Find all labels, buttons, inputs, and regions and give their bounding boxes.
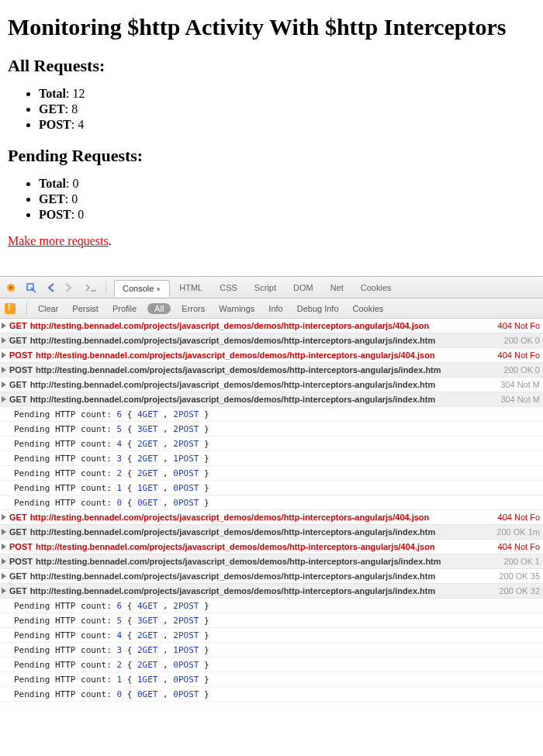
console-log-entry[interactable]: Pending HTTP count: 1 { 1 GET , 0 POST }	[0, 481, 543, 495]
request-status: 200 OK 1	[496, 557, 540, 566]
request-method: GET	[9, 586, 27, 595]
all-post: POST: 4	[39, 118, 535, 132]
network-entry[interactable]: POSThttp://testing.bennadel.com/projects…	[0, 540, 543, 554]
console-log-entry[interactable]: Pending HTTP count: 6 { 4 GET , 2 POST }	[0, 407, 543, 422]
pending-post-value: 0	[78, 208, 84, 221]
network-entry[interactable]: POSThttp://testing.bennadel.com/projects…	[0, 363, 543, 378]
console-log-entry[interactable]: Pending HTTP count: 6 { 4 GET , 2 POST }	[0, 599, 543, 613]
tab-dom[interactable]: DOM	[285, 280, 321, 295]
filter-cookies[interactable]: Cookies	[353, 304, 384, 313]
persist-button[interactable]: Persist	[72, 304, 99, 313]
request-method: POST	[9, 365, 33, 375]
sub-buttons: ClearPersistProfile	[38, 304, 137, 313]
profile-button[interactable]: Profile	[112, 304, 137, 313]
page-content: Monitoring $http Activity With $http Int…	[0, 0, 543, 276]
all-get: GET: 8	[39, 102, 535, 116]
console-log-entry[interactable]: Pending HTTP count: 5 { 3 GET , 2 POST }	[0, 613, 543, 628]
all-get-value: 8	[71, 102, 78, 116]
network-entry[interactable]: POSThttp://testing.bennadel.com/projects…	[0, 554, 543, 569]
total-label: Total	[39, 177, 66, 190]
pending-post: POST: 0	[39, 208, 535, 222]
network-entry[interactable]: GEThttp://testing.bennadel.com/projects/…	[0, 525, 543, 540]
console-rows[interactable]: GEThttp://testing.bennadel.com/projects/…	[0, 319, 543, 702]
filter-all-pill[interactable]: All	[147, 303, 171, 314]
all-post-value: 4	[78, 118, 84, 131]
disclosure-triangle-icon[interactable]	[2, 544, 6, 550]
network-entry[interactable]: GEThttp://testing.bennadel.com/projects/…	[0, 319, 543, 333]
request-url: http://testing.bennadel.com/projects/jav…	[30, 336, 436, 345]
console-log-entry[interactable]: Pending HTTP count: 2 { 2 GET , 0 POST }	[0, 658, 543, 672]
disclosure-triangle-icon[interactable]	[2, 588, 6, 594]
command-line-icon[interactable]	[85, 281, 98, 294]
request-url: http://testing.bennadel.com/projects/jav…	[30, 513, 430, 522]
console-log-entry[interactable]: Pending HTTP count: 3 { 2 GET , 1 POST }	[0, 451, 543, 466]
disclosure-triangle-icon[interactable]	[2, 514, 6, 520]
request-status: 200 OK 32	[491, 586, 540, 595]
firebug-icon[interactable]	[5, 281, 17, 294]
post-label: POST	[39, 208, 71, 221]
disclosure-triangle-icon[interactable]	[2, 352, 6, 358]
console-log-entry[interactable]: Pending HTTP count: 0 { 0 GET , 0 POST }	[0, 687, 543, 702]
post-label: POST	[39, 118, 71, 131]
console-log-entry[interactable]: Pending HTTP count: 4 { 2 GET , 2 POST }	[0, 628, 543, 643]
console-log-entry[interactable]: Pending HTTP count: 4 { 2 GET , 2 POST }	[0, 437, 543, 451]
filter-info[interactable]: Info	[268, 304, 282, 313]
network-entry[interactable]: GEThttp://testing.bennadel.com/projects/…	[0, 510, 543, 525]
back-icon[interactable]	[45, 281, 57, 294]
tab-cookies[interactable]: Cookies	[353, 280, 399, 295]
disclosure-triangle-icon[interactable]	[2, 529, 6, 535]
separator	[105, 281, 106, 294]
make-requests-link[interactable]: Make more requests	[8, 234, 109, 247]
action-line: Make more requests.	[8, 234, 535, 248]
tab-css[interactable]: CSS	[212, 280, 245, 295]
request-status: 304 Not M	[493, 380, 540, 389]
request-status: 304 Not M	[493, 395, 540, 404]
pending-get-value: 0	[71, 192, 78, 205]
request-url: http://testing.bennadel.com/projects/jav…	[30, 395, 436, 404]
request-url: http://testing.bennadel.com/projects/jav…	[36, 542, 435, 551]
disclosure-triangle-icon[interactable]	[2, 381, 6, 388]
devtools-panel: Console▼HTMLCSSScriptDOMNetCookies Clear…	[0, 276, 543, 702]
network-entry[interactable]: GEThttp://testing.bennadel.com/projects/…	[0, 378, 543, 392]
network-entry[interactable]: GEThttp://testing.bennadel.com/projects/…	[0, 392, 543, 407]
console-log-entry[interactable]: Pending HTTP count: 0 { 0 GET , 0 POST }	[0, 495, 543, 510]
network-entry[interactable]: GEThttp://testing.bennadel.com/projects/…	[0, 569, 543, 584]
total-label: Total	[39, 87, 66, 100]
all-total: Total: 12	[39, 87, 535, 101]
console-log-entry[interactable]: Pending HTTP count: 2 { 2 GET , 0 POST }	[0, 466, 543, 481]
request-url: http://testing.bennadel.com/projects/jav…	[30, 586, 436, 595]
inspect-icon[interactable]	[25, 281, 37, 294]
request-method: GET	[9, 513, 27, 522]
filter-debug-info[interactable]: Debug Info	[297, 304, 339, 313]
console-log-entry[interactable]: Pending HTTP count: 5 { 3 GET , 2 POST }	[0, 422, 543, 437]
pending-requests-header: Pending Requests:	[8, 146, 535, 166]
disclosure-triangle-icon[interactable]	[2, 337, 6, 343]
clear-button[interactable]: Clear	[38, 304, 58, 313]
pending-total: Total: 0	[39, 177, 535, 191]
disclosure-triangle-icon[interactable]	[2, 558, 6, 564]
request-method: GET	[9, 571, 27, 581]
filter-warnings[interactable]: Warnings	[219, 304, 254, 313]
network-entry[interactable]: GEThttp://testing.bennadel.com/projects/…	[0, 584, 543, 599]
tab-script[interactable]: Script	[247, 280, 284, 295]
tab-net[interactable]: Net	[323, 280, 351, 295]
break-on-errors-icon[interactable]	[5, 303, 16, 314]
caret-down-icon: ▼	[155, 286, 161, 293]
network-entry[interactable]: POSThttp://testing.bennadel.com/projects…	[0, 348, 543, 363]
network-entry[interactable]: GEThttp://testing.bennadel.com/projects/…	[0, 333, 543, 348]
devtools-top-toolbar: Console▼HTMLCSSScriptDOMNetCookies	[0, 277, 543, 299]
nav-controls	[45, 281, 74, 294]
tab-console[interactable]: Console▼	[114, 280, 170, 297]
console-log-entry[interactable]: Pending HTTP count: 1 { 1 GET , 0 POST }	[0, 672, 543, 687]
page-title: Monitoring $http Activity With $http Int…	[8, 14, 535, 40]
filter-errors[interactable]: Errors	[182, 304, 205, 313]
forward-icon[interactable]	[62, 281, 74, 294]
tab-html[interactable]: HTML	[171, 280, 210, 295]
pending-requests-list: Total: 0 GET: 0 POST: 0	[8, 177, 535, 222]
disclosure-triangle-icon[interactable]	[2, 367, 6, 373]
disclosure-triangle-icon[interactable]	[2, 396, 6, 402]
disclosure-triangle-icon[interactable]	[2, 323, 6, 329]
request-url: http://testing.bennadel.com/projects/jav…	[36, 365, 441, 375]
console-log-entry[interactable]: Pending HTTP count: 3 { 2 GET , 1 POST }	[0, 643, 543, 658]
disclosure-triangle-icon[interactable]	[2, 573, 6, 579]
